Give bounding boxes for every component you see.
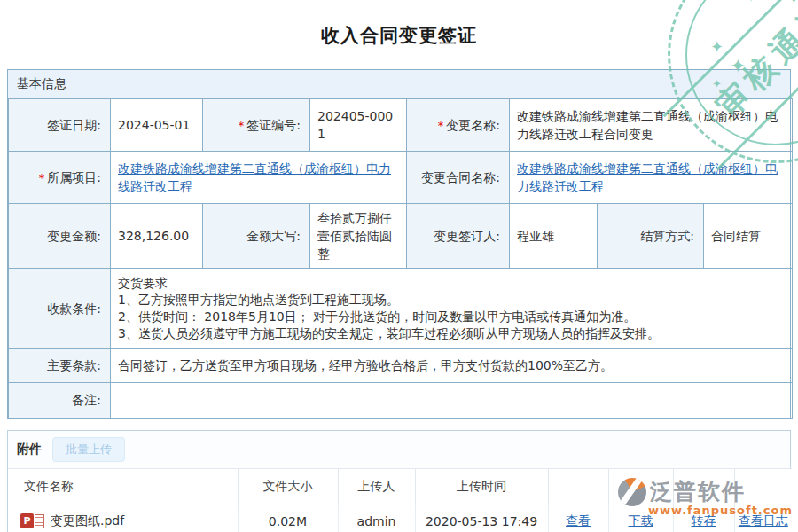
- main-clause-label: 主要条款:: [9, 349, 111, 383]
- batch-upload-button[interactable]: 批量上传: [52, 437, 125, 462]
- column-header-empty: [734, 469, 792, 505]
- sign-date-value: 2024-05-01: [111, 99, 203, 152]
- star-icon: ✦: [746, 0, 756, 4]
- column-header-file-name: 文件名称: [8, 469, 238, 505]
- table-row: 变更金额: 328,126.00 金额大写: 叁拾贰万捌仟壹佰贰拾陆圆整 变更签…: [9, 204, 793, 269]
- column-header-empty: [548, 469, 608, 505]
- remark-value: [111, 383, 793, 419]
- table-row: 备注:: [9, 383, 793, 419]
- file-action-cell: 查看日志: [734, 505, 792, 532]
- sign-no-value: 202405-0001: [310, 99, 407, 152]
- file-size: 0.02M: [238, 505, 338, 532]
- table-row: *所属项目: 改建铁路成渝线增建第二直通线（成渝枢纽）电力线路迁改工程 变更合同…: [9, 152, 793, 204]
- amount-caps-label: 金额大写:: [203, 204, 310, 269]
- column-header-empty: [608, 469, 673, 505]
- file-upload-time: 2020-05-13 17:49: [415, 505, 548, 532]
- project-value: 改建铁路成渝线增建第二直通线（成渝枢纽）电力线路迁改工程: [111, 152, 407, 204]
- amount-value: 328,126.00: [111, 204, 203, 269]
- basic-info-panel: 基本信息 签证日期: 2024-05-01 *签证编号: 202405-0001…: [7, 69, 791, 419]
- payment-terms-value: 交货要求 1、乙方按照甲方指定的地点送货到工程施工现场。 2、供货时间： 201…: [111, 269, 793, 349]
- attachment-row: P 变更图纸.pdf 0.02M admin 2020-05-13 17:49 …: [8, 505, 792, 532]
- save-as-link[interactable]: 转存: [692, 513, 716, 528]
- payment-terms-label: 收款条件:: [9, 269, 111, 349]
- file-name-cell: P 变更图纸.pdf: [8, 505, 238, 532]
- attachments-panel: 附件 批量上传 文件名称 文件大小 上传人 上传时间 P 变更图纸.pdf: [7, 430, 791, 532]
- remark-label: 备注:: [9, 383, 111, 419]
- file-uploader: admin: [338, 505, 415, 532]
- required-mark: *: [438, 119, 444, 132]
- attachments-section-title: 附件: [17, 442, 42, 458]
- settle-method-label: 结算方式:: [598, 204, 704, 269]
- required-mark: *: [239, 119, 245, 132]
- contract-name-label: 变更合同名称:: [407, 152, 510, 204]
- table-row: 收款条件: 交货要求 1、乙方按照甲方指定的地点送货到工程施工现场。 2、供货时…: [9, 269, 793, 349]
- payment-terms-line: 2、供货时间： 2018年5月10日； 对于分批送货的，时间及数量以甲方电话或传…: [118, 309, 785, 325]
- attachments-table: 文件名称 文件大小 上传人 上传时间 P 变更图纸.pdf 0.02M admi…: [8, 468, 792, 532]
- page-title: 收入合同变更签证: [0, 23, 798, 48]
- column-header-file-size: 文件大小: [238, 469, 338, 505]
- contract-name-link[interactable]: 改建铁路成渝线增建第二直通线（成渝枢纽）电力线路迁改工程: [517, 161, 778, 193]
- column-header-uploader: 上传人: [338, 469, 415, 505]
- payment-terms-line: 1、乙方按照甲方指定的地点送货到工程施工现场。: [118, 292, 785, 309]
- table-row: 签证日期: 2024-05-01 *签证编号: 202405-0001 *变更名…: [9, 99, 793, 152]
- column-header-upload-time: 上传时间: [415, 469, 548, 505]
- signer-label: 变更签订人:: [407, 204, 510, 269]
- sign-date-label: 签证日期:: [9, 99, 111, 152]
- view-link[interactable]: 查看: [566, 513, 591, 528]
- file-action-cell: 查看: [548, 505, 608, 532]
- change-name-value: 改建铁路成渝线增建第二直通线（成渝枢纽）电力线路迁改工程合同变更: [510, 99, 793, 152]
- file-action-cell: 下载: [608, 505, 673, 532]
- settle-method-value: 合同结算: [704, 204, 793, 269]
- required-mark: *: [39, 171, 45, 184]
- payment-terms-line: 交货要求: [118, 275, 785, 292]
- contract-name-value: 改建铁路成渝线增建第二直通线（成渝枢纽）电力线路迁改工程: [510, 152, 793, 204]
- basic-info-section-title: 基本信息: [8, 70, 790, 98]
- amount-label: 变更金额:: [9, 204, 111, 269]
- pdf-file-icon: P: [20, 513, 44, 528]
- table-row: 主要条款: 合同签订，乙方送货至甲方项目现场，经甲方验收合格后，甲方支付货款的1…: [9, 349, 793, 383]
- attachments-header: 附件 批量上传: [8, 431, 790, 468]
- main-clause-value: 合同签订，乙方送货至甲方项目现场，经甲方验收合格后，甲方支付货款的100%至乙方…: [111, 349, 793, 383]
- file-name: 变更图纸.pdf: [51, 513, 124, 529]
- column-header-empty: [673, 469, 734, 505]
- signer-value: 程亚雄: [510, 204, 598, 269]
- amount-caps-value: 叁拾贰万捌仟壹佰贰拾陆圆整: [310, 204, 407, 269]
- project-label: *所属项目:: [9, 152, 111, 204]
- basic-info-table: 签证日期: 2024-05-01 *签证编号: 202405-0001 *变更名…: [8, 98, 793, 419]
- file-action-cell: 转存: [673, 505, 734, 532]
- view-log-link[interactable]: 查看日志: [739, 513, 788, 528]
- change-name-label: *变更名称:: [407, 99, 510, 152]
- download-link[interactable]: 下载: [629, 513, 653, 528]
- project-link[interactable]: 改建铁路成渝线增建第二直通线（成渝枢纽）电力线路迁改工程: [118, 161, 391, 193]
- payment-terms-line: 3、送货人员必须遵守甲方施工现场的安全规定，装卸车过程必须听从甲方现场人员的指挥…: [118, 325, 785, 342]
- sign-no-label: *签证编号:: [203, 99, 310, 152]
- star-icon: ✦: [788, 0, 798, 6]
- attachments-header-row: 文件名称 文件大小 上传人 上传时间: [8, 469, 792, 505]
